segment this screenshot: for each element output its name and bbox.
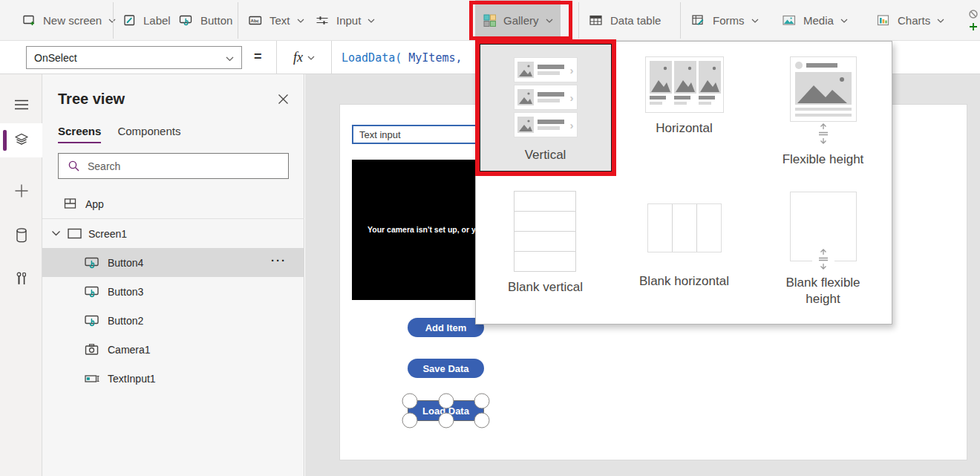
toolbar-item-label: Button [200,14,232,27]
toolbar-item-data-table[interactable]: Data table [589,0,661,41]
toolbar-item-custom-cutoff[interactable] [967,0,980,41]
formula-argument: MyItems [408,51,455,65]
blank-vertical-thumbnail [514,192,576,272]
gallery-option-blank-vertical[interactable]: Blank vertical [508,177,583,296]
chevron-right-icon: › [570,92,574,103]
image-placeholder-icon [517,89,534,105]
left-navigation-rail [0,74,42,476]
image-placeholder-icon [699,61,721,94]
fx-icon: fx [293,50,303,65]
data-rail-button[interactable] [0,218,42,252]
gallery-option-cell: Horizontal [615,42,754,177]
forms-icon [691,13,706,27]
toolbar-item-forms[interactable]: Forms [691,0,759,41]
horizontal-gallery-thumbnail [645,56,724,113]
gallery-option-horizontal[interactable]: Horizontal [645,42,724,137]
toolbar-item-text[interactable]: Abc Text [248,0,304,41]
gallery-option-cell: › › › Vertical [476,42,615,177]
hamburger-menu-button[interactable] [0,88,42,122]
gallery-flyout-menu: › › › Vertical [475,41,892,325]
toolbar-separator [113,2,114,39]
chevron-down-icon [307,56,315,60]
toolbar-item-button[interactable]: Button [179,0,232,41]
image-placeholder-icon [650,61,672,94]
gallery-option-blank-flexible-height[interactable]: Blank flexible height [777,177,869,307]
tree-view-title: Tree view [58,91,125,108]
text-input-value: Text input [359,129,401,140]
chevron-right-icon: › [570,120,574,131]
toolbar-item-label[interactable]: Label [122,0,171,41]
thumbnail-column [697,204,721,252]
close-icon [278,94,289,105]
power-apps-studio: New screen Label Button Abc Text Input [0,0,980,476]
toolbar-item-media[interactable]: Media [782,0,848,41]
chevron-down-icon [751,19,759,23]
toolbar-item-label: Charts [898,14,930,27]
tree-item-textinput1[interactable]: TextInput1 [42,364,304,393]
thumbnail-column [673,204,697,252]
toolbar-item-input[interactable]: Input [315,0,375,41]
tree-view-panel: Tree view Screens Components App Screen1 [42,74,304,476]
search-icon [68,160,80,172]
close-panel-button[interactable] [278,94,289,108]
toolbar-item-label: Data table [610,14,661,27]
gallery-option-label: Vertical [525,147,566,163]
gallery-option-vertical[interactable]: › › › Vertical [480,44,612,172]
gallery-option-cell: Blank flexible height [754,177,892,322]
layers-icon [13,132,30,149]
property-dropdown[interactable]: OnSelect [26,46,242,69]
resize-handle-bottom-right[interactable] [474,413,490,428]
insert-rail-button[interactable] [0,174,42,208]
save-data-button[interactable]: Save Data [408,359,484,378]
tree-item-screen1[interactable]: Screen1 [42,219,304,248]
plus-icon [14,183,29,198]
gallery-option-label: Flexible height [783,151,864,168]
property-dropdown-value: OnSelect [34,52,77,64]
tree-item-button2[interactable]: Button2 [42,306,304,335]
tab-components[interactable]: Components [117,125,180,143]
chevron-down-icon [546,19,553,23]
charts-icon [876,13,891,27]
equals-sign: = [254,49,262,65]
tab-screens[interactable]: Screens [58,125,101,143]
toolbar-item-new-screen[interactable]: New screen [22,0,116,41]
image-placeholder-icon [795,72,852,105]
hamburger-icon [14,99,29,111]
image-placeholder-icon [517,62,534,78]
toolbar-item-charts[interactable]: Charts [876,0,944,41]
tree-item-app[interactable]: App [42,189,304,218]
chevron-down-icon [368,19,375,23]
tree-item-camera1[interactable]: Camera1 [42,335,304,364]
advanced-tools-rail-button[interactable] [0,262,42,296]
tree-item-label: Button3 [108,286,143,298]
svg-text:Abc: Abc [251,19,260,23]
resize-handle-top-left[interactable] [402,394,418,409]
resize-handle-bottom-center[interactable] [438,413,454,428]
resize-handle-bottom-left[interactable] [402,413,418,428]
input-sliders-icon [315,13,330,27]
tree-view-rail-button[interactable] [0,123,42,157]
button-icon [84,313,100,328]
text-input-icon [84,371,100,386]
resize-handle-top-right[interactable] [474,394,490,409]
add-item-button[interactable]: Add Item [408,318,484,337]
gallery-option-blank-horizontal[interactable]: Blank horizontal [639,177,729,290]
tree-item-button3[interactable]: Button3 [42,277,304,306]
resize-handle-top-center[interactable] [438,394,454,409]
gallery-options-grid: › › › Vertical [476,42,892,324]
chevron-down-icon[interactable] [51,230,61,237]
search-input[interactable] [88,160,258,172]
toolbar-item-gallery[interactable]: Gallery [475,0,561,41]
thumbnail-row [514,191,576,212]
toolbar-separator [578,2,579,39]
image-placeholder-icon [517,117,534,133]
gallery-option-flexible-height[interactable]: Flexible height [783,42,864,168]
tree-item-label: Button2 [108,315,143,327]
item-options-button[interactable]: ··· [271,254,287,267]
formula-input[interactable]: LoadData( MyItems , [342,41,463,74]
tree-item-button4[interactable]: Button4 ··· [42,248,304,277]
flexible-height-gallery-thumbnail [790,56,857,122]
thumbnail-row: › [514,85,578,110]
fx-dropdown[interactable]: fx [276,41,332,74]
button-icon [84,284,100,299]
